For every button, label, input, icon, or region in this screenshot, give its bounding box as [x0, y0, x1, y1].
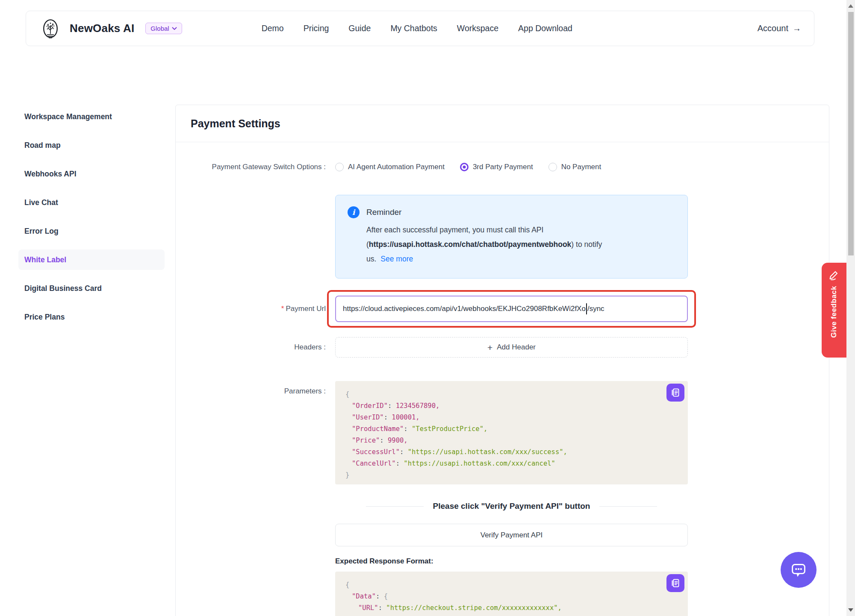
- code-line: "OrderID": 1234567890,: [345, 400, 678, 412]
- reminder-row: i Reminder After each successful payment…: [176, 195, 829, 279]
- required-asterisk: *: [281, 305, 284, 313]
- reminder-alert: i Reminder After each successful payment…: [335, 195, 688, 279]
- url-value-before-caret: https://cloud.activepieces.com/api/v1/we…: [343, 305, 586, 313]
- code-line: "URL": "https://checkout.stripe.com/xxxx…: [345, 602, 678, 614]
- reminder-body: After each successful payment, you must …: [366, 223, 675, 266]
- code-line: "UserID": 100001,: [345, 412, 678, 423]
- payment-url-row: *Payment Url https://cloud.activepieces.…: [176, 296, 829, 322]
- region-label: Global: [150, 25, 169, 32]
- parameters-row: Parameters : { "OrderID": 1234567890, "U…: [176, 381, 829, 484]
- see-more-link[interactable]: See more: [380, 255, 413, 263]
- webhook-api-url: https://usapi.hottask.com/chat/chatbot/p…: [369, 240, 572, 249]
- nav-item-app-download[interactable]: App Download: [518, 23, 572, 33]
- vertical-scrollbar[interactable]: [846, 0, 855, 616]
- code-line: {: [345, 389, 678, 400]
- sidebar-item-webhooks-api[interactable]: Webhooks API: [18, 164, 165, 184]
- arrow-right-icon: →: [793, 23, 801, 33]
- headers-label: Headers :: [176, 343, 331, 352]
- reminder-title: Reminder: [366, 208, 401, 217]
- brand: NewOaks AI Global: [39, 16, 182, 41]
- radio-circle-selected-icon: [460, 163, 469, 171]
- panel-header: Payment Settings: [176, 105, 829, 142]
- account-link[interactable]: Account →: [758, 23, 801, 33]
- code-line: "Data": {: [345, 591, 678, 602]
- nav-item-guide[interactable]: Guide: [348, 23, 371, 33]
- expected-response-format-label: Expected Response Format:: [335, 557, 688, 566]
- region-selector[interactable]: Global: [145, 23, 182, 34]
- code-line: "SuccessUrl": "https://usapi.hottask.com…: [345, 446, 678, 458]
- payment-url-label: *Payment Url: [176, 305, 331, 313]
- sidebar-item-digital-business-card[interactable]: Digital Business Card: [18, 278, 165, 299]
- sidebar-item-error-log[interactable]: Error Log: [18, 221, 165, 241]
- sidebar-item-white-label[interactable]: White Label: [18, 249, 165, 270]
- parameters-label: Parameters :: [176, 381, 331, 484]
- account-label: Account: [758, 23, 788, 33]
- chevron-down-icon: [172, 27, 177, 30]
- code-line: "Price": 9900,: [345, 435, 678, 446]
- text-caret: [586, 303, 587, 314]
- gateway-switch-row: Payment Gateway Switch Options : AI Agen…: [176, 161, 829, 173]
- main-nav: Demo Pricing Guide My Chatbots Workspace…: [262, 23, 572, 33]
- sidebar-item-price-plans[interactable]: Price Plans: [18, 307, 165, 327]
- verify-payment-api-button[interactable]: Verify Payment API: [335, 524, 688, 546]
- code-line: "CancelUrl": "https://usapi.hottask.com/…: [345, 458, 678, 469]
- expected-response-code-block: { "Data": { "URL": "https://checkout.str…: [335, 572, 688, 616]
- newoaks-logo-icon: [39, 16, 62, 41]
- verify-divider: Please click "Verify Payment API" button: [335, 501, 688, 512]
- code-line: "ProductName": "TestProductPrice",: [345, 423, 678, 435]
- code-line: }: [345, 469, 678, 481]
- radio-label: No Payment: [561, 163, 601, 171]
- copy-icon[interactable]: [666, 384, 684, 402]
- chat-widget-button[interactable]: [781, 552, 817, 588]
- scroll-down-arrow-icon[interactable]: [848, 608, 853, 612]
- info-icon: i: [348, 206, 360, 218]
- code-line: {: [345, 579, 678, 591]
- radio-circle-icon: [548, 163, 557, 171]
- brand-name: NewOaks AI: [70, 22, 134, 35]
- add-header-label: Add Header: [497, 343, 536, 352]
- payment-url-input[interactable]: https://cloud.activepieces.com/api/v1/we…: [335, 296, 688, 322]
- scrollbar-thumb[interactable]: [848, 12, 854, 255]
- add-header-button[interactable]: + Add Header: [335, 337, 688, 358]
- scroll-up-arrow-icon[interactable]: [848, 4, 853, 8]
- radio-circle-icon: [335, 163, 344, 171]
- sidebar-item-road-map[interactable]: Road map: [18, 135, 165, 155]
- give-feedback-label: Give feedback: [830, 286, 838, 338]
- sidebar-item-live-chat[interactable]: Live Chat: [18, 192, 165, 213]
- divider-line: [366, 506, 424, 507]
- gateway-radio-group: AI Agent Automation Payment 3rd Party Pa…: [335, 163, 688, 171]
- top-navigation-bar: NewOaks AI Global Demo Pricing Guide My …: [26, 11, 814, 46]
- url-value-after-caret: /sync: [587, 305, 604, 313]
- nav-item-pricing[interactable]: Pricing: [304, 23, 329, 33]
- radio-label: 3rd Party Payment: [473, 163, 533, 171]
- radio-3rd-party-payment[interactable]: 3rd Party Payment: [460, 163, 533, 171]
- nav-item-demo[interactable]: Demo: [262, 23, 284, 33]
- nav-item-workspace[interactable]: Workspace: [457, 23, 498, 33]
- plus-icon: +: [487, 343, 492, 352]
- sidebar: Workspace Management Road map Webhooks A…: [18, 106, 165, 335]
- radio-label: AI Agent Automation Payment: [348, 163, 445, 171]
- nav-item-my-chatbots[interactable]: My Chatbots: [390, 23, 437, 33]
- verify-section: Please click "Verify Payment API" button…: [176, 484, 829, 616]
- headers-row: Headers : + Add Header: [176, 337, 829, 358]
- payment-settings-panel: Payment Settings Payment Gateway Switch …: [175, 105, 829, 616]
- pencil-icon: [828, 269, 840, 281]
- divider-line: [599, 506, 657, 507]
- radio-no-payment[interactable]: No Payment: [548, 163, 601, 171]
- chat-bubble-icon: [789, 560, 808, 580]
- parameters-code-block: { "OrderID": 1234567890, "UserID": 10000…: [335, 381, 688, 484]
- page-title: Payment Settings: [191, 117, 280, 130]
- give-feedback-tab[interactable]: Give feedback: [822, 263, 846, 358]
- verify-hint-text: Please click "Verify Payment API" button: [433, 502, 590, 511]
- copy-icon[interactable]: [666, 574, 684, 592]
- sidebar-item-workspace-management[interactable]: Workspace Management: [18, 106, 165, 127]
- radio-ai-agent-automation-payment[interactable]: AI Agent Automation Payment: [335, 163, 445, 171]
- gateway-switch-label: Payment Gateway Switch Options :: [176, 163, 331, 171]
